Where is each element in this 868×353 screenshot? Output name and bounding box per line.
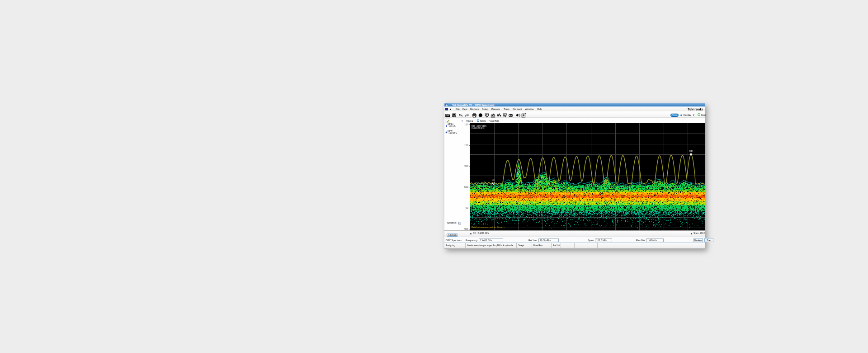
svg-text:P: P xyxy=(523,114,525,117)
